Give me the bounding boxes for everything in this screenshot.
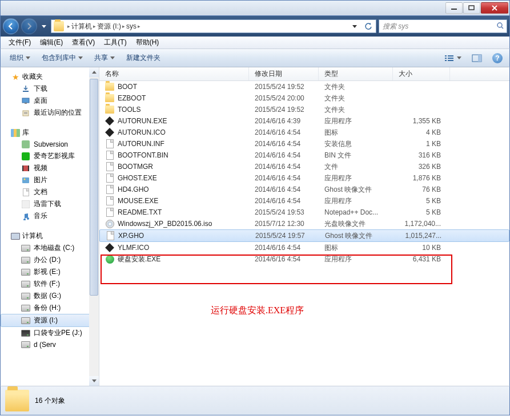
file-size: 1,172,040...: [393, 220, 450, 228]
sidebar-drive-e[interactable]: 影视 (E:): [1, 266, 99, 278]
file-row[interactable]: AUTORUN.EXE2014/6/16 4:39应用程序1,355 KB: [99, 115, 509, 127]
file-icon: [105, 173, 114, 183]
sidebar-item-recent[interactable]: 最近访问的位置: [1, 107, 99, 119]
search-input[interactable]: 搜索 sys: [379, 19, 507, 33]
file-icon: [105, 105, 114, 114]
sidebar-drive-net[interactable]: d (Serv: [1, 339, 99, 350]
file-type: Ghost 映像文件: [319, 231, 393, 241]
sidebar-drive-j[interactable]: 口袋专业PE (J:): [1, 327, 99, 339]
file-row[interactable]: BOOTMGR2014/6/16 4:54文件326 KB: [99, 161, 509, 172]
sidebar-item-downloads[interactable]: 下载: [1, 83, 99, 95]
scroll-thumb[interactable]: [90, 79, 98, 296]
sidebar-drive-h[interactable]: 备份 (H:): [1, 302, 99, 314]
sidebar-item-iqiyi[interactable]: 爱奇艺影视库: [1, 150, 99, 162]
scroll-down-button[interactable]: [89, 376, 99, 386]
scroll-up-button[interactable]: [89, 67, 99, 77]
address-bar[interactable]: ▸ 计算机 ▸ 资源 (I:) ▸ sys ▸: [51, 19, 376, 33]
sidebar-computer-header[interactable]: 计算机: [1, 230, 99, 242]
svg-rect-16: [22, 152, 30, 160]
music-icon: [21, 212, 30, 221]
maximize-button[interactable]: [463, 2, 480, 14]
file-name: EZBOOT: [118, 94, 146, 102]
include-library-menu[interactable]: 包含到库中: [36, 51, 89, 65]
view-options-button[interactable]: [441, 52, 465, 64]
sidebar-drive-f[interactable]: 软件 (F:): [1, 278, 99, 290]
file-type: 应用程序: [319, 116, 393, 126]
file-row[interactable]: HD4.GHO2014/6/16 4:54Ghost 映像文件76 KB: [99, 184, 509, 195]
file-row[interactable]: BOOTFONT.BIN2014/6/16 4:54BIN 文件316 KB: [99, 150, 509, 161]
picture-icon: [21, 176, 30, 185]
chevron-right-icon[interactable]: ▸: [138, 23, 140, 29]
file-row[interactable]: TOOLS2015/5/24 19:52文件夹: [99, 104, 509, 115]
file-type: Ghost 映像文件: [319, 185, 393, 195]
minimize-button[interactable]: [445, 2, 463, 14]
file-icon: [106, 231, 115, 240]
file-size: 326 KB: [393, 163, 450, 171]
file-name: AUTORUN.INF: [118, 140, 164, 148]
file-row[interactable]: README.TXT2015/5/24 19:53Notepad++ Doc..…: [99, 207, 509, 218]
file-name-cell: MOUSE.EXE: [99, 196, 249, 205]
status-bar: 16 个对象: [0, 386, 510, 415]
search-icon[interactable]: [496, 22, 504, 31]
back-button[interactable]: [3, 18, 19, 34]
svg-point-2: [497, 23, 502, 27]
file-row[interactable]: MOUSE.EXE2014/6/16 4:54应用程序5 KB: [99, 195, 509, 207]
sidebar-scrollbar[interactable]: [89, 67, 99, 386]
sidebar-item-pictures[interactable]: 图片: [1, 174, 99, 186]
file-row[interactable]: GHOST.EXE2014/6/16 4:54应用程序1,876 KB: [99, 172, 509, 184]
breadcrumb-folder[interactable]: sys: [125, 21, 138, 31]
sidebar-drive-i[interactable]: 资源 (I:): [1, 314, 99, 327]
breadcrumb-computer[interactable]: 计算机: [70, 21, 93, 33]
file-row[interactable]: YLMF.ICO2014/6/16 4:54图标10 KB: [99, 242, 509, 253]
file-name-cell: 硬盘安装.EXE: [99, 255, 249, 264]
sidebar-item-music[interactable]: 音乐: [1, 210, 99, 222]
file-size: 1,355 KB: [393, 117, 450, 125]
drive-icon: [21, 245, 30, 252]
menu-file[interactable]: 文件(F): [4, 37, 35, 49]
sidebar-drive-g[interactable]: 数据 (G:): [1, 290, 99, 302]
file-row[interactable]: Windowszj_XP_BD2015.06.iso2015/7/12 12:3…: [99, 218, 509, 229]
column-headers: 名称 修改日期 类型 大小: [99, 67, 509, 81]
history-dropdown[interactable]: [39, 21, 49, 32]
column-name[interactable]: 名称: [99, 67, 249, 80]
file-row[interactable]: XP.GHO2015/5/24 19:57Ghost 映像文件1,015,247…: [99, 229, 509, 242]
sidebar-drive-d[interactable]: 办公 (D:): [1, 254, 99, 266]
menu-help[interactable]: 帮助(H): [131, 37, 164, 49]
address-dropdown[interactable]: [348, 20, 361, 33]
column-type[interactable]: 类型: [319, 67, 393, 80]
forward-button[interactable]: [21, 18, 37, 34]
sidebar-item-desktop[interactable]: 桌面: [1, 95, 99, 107]
drive-icon: [21, 281, 30, 288]
new-folder-button[interactable]: 新建文件夹: [121, 51, 166, 65]
sidebar-item-subversion[interactable]: Subversion: [1, 139, 99, 150]
file-icon: [105, 128, 114, 137]
breadcrumb-drive[interactable]: 资源 (I:): [96, 21, 122, 33]
sidebar-item-documents[interactable]: 文档: [1, 186, 99, 198]
file-date: 2015/5/24 19:57: [250, 232, 319, 240]
column-size[interactable]: 大小: [393, 67, 450, 80]
organize-menu[interactable]: 组织: [4, 51, 36, 65]
menu-edit[interactable]: 编辑(E): [35, 37, 67, 49]
file-name: BOOTFONT.BIN: [118, 151, 168, 159]
menu-view[interactable]: 查看(V): [67, 37, 99, 49]
file-type: 文件夹: [319, 82, 393, 92]
share-menu[interactable]: 共享: [89, 51, 121, 65]
help-button[interactable]: ?: [489, 51, 506, 66]
file-row[interactable]: 硬盘安装.EXE2014/6/16 4:54应用程序6,431 KB: [99, 253, 509, 265]
file-row[interactable]: AUTORUN.ICO2014/6/16 4:54图标4 KB: [99, 127, 509, 138]
sidebar-drive-c[interactable]: 本地磁盘 (C:): [1, 242, 99, 254]
file-row[interactable]: AUTORUN.INF2014/6/16 4:54安装信息1 KB: [99, 138, 509, 150]
file-row[interactable]: EZBOOT2015/5/24 20:00文件夹: [99, 92, 509, 104]
sidebar-item-videos[interactable]: 视频: [1, 162, 99, 174]
file-icon: [105, 139, 114, 148]
menu-tools[interactable]: 工具(T): [99, 37, 131, 49]
close-button[interactable]: [481, 2, 508, 14]
file-row[interactable]: BOOT2015/5/24 19:52文件夹: [99, 81, 509, 92]
column-date[interactable]: 修改日期: [249, 67, 319, 80]
sidebar-libraries-header[interactable]: 库: [1, 127, 99, 139]
refresh-button[interactable]: [362, 20, 375, 33]
file-icon: [105, 162, 114, 171]
sidebar-item-xunlei[interactable]: 迅雷下载: [1, 198, 99, 210]
preview-pane-button[interactable]: [468, 52, 485, 64]
sidebar-favorites-header[interactable]: ★收藏夹: [1, 71, 99, 83]
